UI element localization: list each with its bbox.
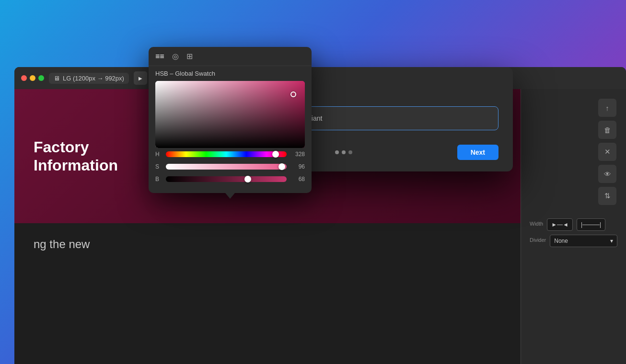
brightness-value: 68: [291, 176, 305, 182]
brightness-label: B: [155, 176, 161, 182]
play-icon: ▶: [139, 76, 142, 81]
traffic-lights: [21, 75, 44, 81]
dot-2: [342, 150, 346, 154]
panel-properties: Width ►—◄ |———| Divider None ▾: [526, 218, 621, 251]
reorder-icon-button[interactable]: ⇅: [598, 187, 616, 205]
color-gradient-canvas[interactable]: [155, 81, 305, 148]
hue-label: H: [155, 151, 161, 158]
brightness-slider-row: B 68: [149, 173, 312, 185]
device-label[interactable]: 🖥 LG (1200px → 992px): [49, 73, 129, 84]
picker-arrow: [225, 193, 235, 199]
width-right-control[interactable]: |———|: [577, 218, 605, 231]
width-row: Width ►—◄ |———|: [530, 218, 617, 231]
divider-select[interactable]: None ▾: [550, 235, 617, 247]
brightness-slider[interactable]: [166, 176, 287, 182]
progress-dots: [335, 150, 352, 154]
globe-tab-icon[interactable]: ◎: [172, 52, 179, 61]
width-label: Width: [530, 221, 543, 227]
picker-tabs: ≡≡ ◎ ⊞: [149, 47, 312, 66]
divider-row: Divider None ▾: [530, 235, 617, 247]
hue-slider-row: H 328: [149, 148, 312, 160]
saturation-slider-row: S 96: [149, 160, 312, 173]
saturation-label: S: [155, 163, 161, 170]
width-left-control[interactable]: ►—◄: [547, 218, 573, 231]
panel-icon-buttons: ↑ 🗑 ✕ 👁 ⇅: [526, 99, 616, 205]
sliders-tab-icon[interactable]: ≡≡: [155, 52, 164, 61]
next-button[interactable]: Next: [457, 145, 498, 160]
hue-slider[interactable]: [166, 151, 287, 157]
device-size-text: LG (1200px → 992px): [63, 75, 124, 82]
picker-title: HSB – Global Swatch: [149, 66, 312, 81]
dot-1: [335, 150, 339, 154]
canvas-handle[interactable]: [290, 91, 296, 97]
play-button[interactable]: ▶: [134, 71, 147, 85]
hue-thumb[interactable]: [272, 151, 279, 158]
right-panel: ↑ 🗑 ✕ 👁 ⇅ Width ►—◄ |———| Divider: [521, 89, 626, 364]
color-picker-panel: ≡≡ ◎ ⊞ HSB – Global Swatch H 328 S 96: [149, 47, 312, 193]
close-button[interactable]: [21, 75, 27, 81]
hue-value: 328: [291, 151, 305, 158]
delete-icon-button[interactable]: 🗑: [598, 121, 616, 139]
upload-icon-button[interactable]: ↑: [598, 99, 616, 117]
dot-3: [348, 150, 352, 154]
hero-title: Factory Information: [34, 138, 118, 175]
chevron-down-icon: ▾: [610, 238, 613, 244]
monitor-icon: 🖥: [54, 75, 60, 82]
close-icon-button[interactable]: ✕: [598, 143, 616, 161]
divider-label: Divider: [530, 237, 546, 243]
grid-tab-icon[interactable]: ⊞: [186, 52, 193, 61]
brightness-thumb[interactable]: [244, 176, 251, 182]
visibility-icon-button[interactable]: 👁: [598, 165, 616, 183]
saturation-slider[interactable]: [166, 164, 287, 170]
minimize-button[interactable]: [30, 75, 35, 81]
saturation-thumb[interactable]: [278, 163, 285, 170]
saturation-value: 96: [291, 163, 305, 170]
preview-body-text: ng the new: [14, 223, 521, 265]
maximize-button[interactable]: [38, 75, 44, 81]
